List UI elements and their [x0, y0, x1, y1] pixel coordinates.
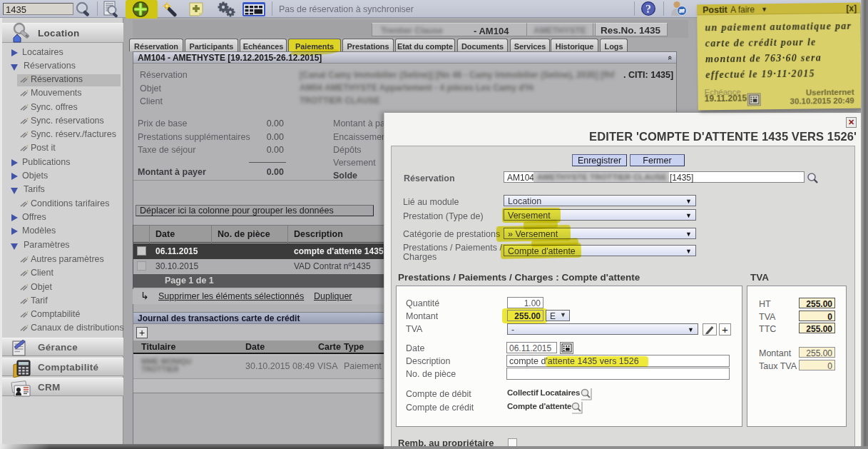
- svg-text:?: ?: [645, 3, 651, 15]
